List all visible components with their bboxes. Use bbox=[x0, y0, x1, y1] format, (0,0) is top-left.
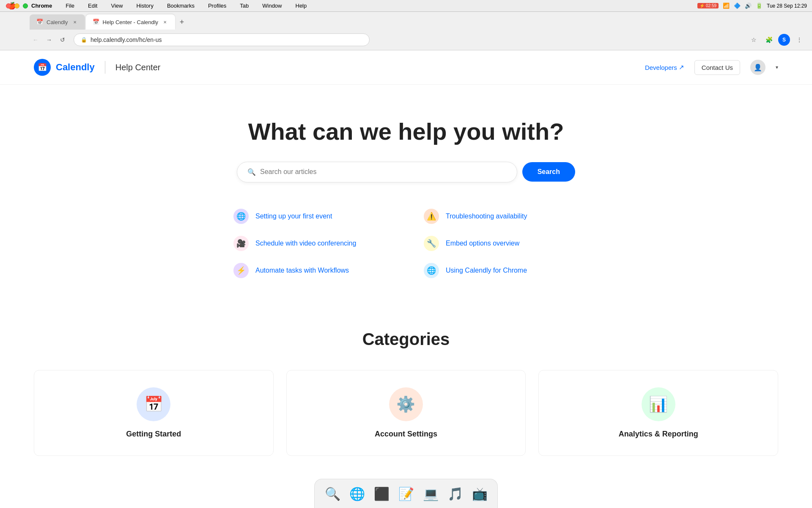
user-avatar-toolbar[interactable]: S bbox=[778, 34, 790, 46]
menubar-view[interactable]: View bbox=[108, 2, 125, 10]
sound-icon: 🔊 bbox=[745, 3, 752, 9]
calendly-logo-icon: 📅 bbox=[34, 59, 51, 76]
tab-calendly[interactable]: 📅 Calendly ✕ bbox=[30, 14, 85, 30]
quick-link-label-2: Troubleshooting availability bbox=[446, 213, 527, 220]
dock-terminal[interactable]: ⬛ bbox=[370, 483, 392, 505]
quick-link-label-1: Setting up your first event bbox=[255, 213, 332, 220]
svg-text:🌐: 🌐 bbox=[236, 212, 246, 221]
menubar-tab[interactable]: Tab bbox=[237, 2, 251, 10]
menubar-chrome[interactable]: Chrome bbox=[29, 2, 55, 10]
macos-menubar: 🍎 Chrome File Edit View History Bookmark… bbox=[0, 0, 812, 12]
tab-close-calendly[interactable]: ✕ bbox=[71, 19, 78, 25]
quick-link-icon-6: 🌐 bbox=[423, 262, 440, 279]
logo-area: 📅 Calendly Help Center bbox=[34, 59, 160, 76]
quick-link-troubleshooting[interactable]: ⚠️ Troubleshooting availability bbox=[423, 208, 579, 225]
dock-finder[interactable]: 🔍 bbox=[321, 483, 343, 505]
category-icon-2: ⚙️ bbox=[396, 395, 415, 413]
dock-chrome[interactable]: 🌐 bbox=[346, 483, 368, 505]
quick-link-icon-4: 🔧 bbox=[423, 235, 440, 252]
help-center-title: Help Center bbox=[115, 63, 161, 72]
clock: Tue 28 Sep 12:29 bbox=[767, 3, 807, 9]
svg-text:🎥: 🎥 bbox=[236, 239, 246, 248]
back-button[interactable]: ← bbox=[30, 34, 41, 46]
quick-link-video-conferencing[interactable]: 🎥 Schedule with video conferencing bbox=[233, 235, 389, 252]
menubar-help[interactable]: Help bbox=[293, 2, 310, 10]
search-row: 🔍 Search bbox=[237, 162, 575, 182]
dock-iterm[interactable]: 💻 bbox=[420, 483, 442, 505]
quick-link-icon-2: ⚠️ bbox=[423, 208, 440, 225]
svg-text:📅: 📅 bbox=[38, 63, 47, 72]
svg-text:🔧: 🔧 bbox=[427, 239, 436, 248]
menubar-right: ⚡ 02:59 📶 🔷 🔊 🔋 Tue 28 Sep 12:29 bbox=[697, 3, 807, 9]
quick-link-icon-3: 🎥 bbox=[233, 235, 250, 252]
quick-link-first-event[interactable]: 🌐 Setting up your first event bbox=[233, 208, 389, 225]
contact-us-button[interactable]: Contact Us bbox=[694, 60, 740, 75]
tab-label-help: Help Center - Calendly bbox=[103, 19, 159, 25]
quick-link-label-5: Automate tasks with Workflows bbox=[255, 267, 349, 274]
dock-music[interactable]: 🎵 bbox=[444, 483, 466, 505]
forward-button[interactable]: → bbox=[43, 34, 55, 46]
bookmark-button[interactable]: ☆ bbox=[748, 34, 760, 46]
logo-divider bbox=[105, 61, 105, 74]
quick-link-embed-options[interactable]: 🔧 Embed options overview bbox=[423, 235, 579, 252]
dock-notes[interactable]: 📝 bbox=[395, 483, 417, 505]
lock-icon: 🔒 bbox=[81, 37, 87, 43]
bluetooth-icon: 🔷 bbox=[734, 3, 741, 9]
svg-text:🌐: 🌐 bbox=[427, 266, 436, 275]
url-text: help.calendly.com/hc/en-us bbox=[91, 36, 162, 43]
hero-title: What can we help you with? bbox=[17, 119, 795, 145]
category-icon-3: 📊 bbox=[649, 395, 668, 413]
extensions-button[interactable]: 🧩 bbox=[763, 34, 775, 46]
search-icon: 🔍 bbox=[247, 168, 256, 176]
battery-indicator: ⚡ 02:59 bbox=[697, 3, 719, 8]
tab-close-help[interactable]: ✕ bbox=[162, 19, 168, 25]
wifi-icon: 📶 bbox=[723, 3, 730, 9]
developers-link[interactable]: Developers ↗ bbox=[645, 64, 684, 71]
quick-link-label-6: Using Calendly for Chrome bbox=[446, 267, 527, 274]
dock-tv[interactable]: 📺 bbox=[469, 483, 491, 505]
menubar-bookmarks[interactable]: Bookmarks bbox=[165, 2, 197, 10]
category-name-3: Analytics & Reporting bbox=[551, 430, 765, 439]
new-tab-button[interactable]: + bbox=[176, 16, 188, 28]
minimize-window-button[interactable] bbox=[14, 3, 19, 8]
tab-bar: 📅 Calendly ✕ 📅 Help Center - Calendly ✕ … bbox=[0, 12, 812, 30]
menu-button[interactable]: ⋮ bbox=[793, 34, 805, 46]
svg-text:⚠️: ⚠️ bbox=[427, 212, 436, 221]
menubar-profiles[interactable]: Profiles bbox=[206, 2, 229, 10]
nav-buttons: ← → ↺ bbox=[30, 34, 69, 46]
quick-link-label-3: Schedule with video conferencing bbox=[255, 240, 356, 247]
tab-help-center[interactable]: 📅 Help Center - Calendly ✕ bbox=[86, 14, 176, 30]
categories-title: Categories bbox=[34, 330, 778, 349]
quick-link-icon-1: 🌐 bbox=[233, 208, 250, 225]
category-icon-area-2: ⚙️ bbox=[389, 387, 423, 421]
url-bar[interactable]: 🔒 help.calendly.com/hc/en-us bbox=[74, 33, 370, 46]
search-input-wrapper[interactable]: 🔍 bbox=[237, 162, 517, 182]
quick-link-chrome[interactable]: 🌐 Using Calendly for Chrome bbox=[423, 262, 579, 279]
categories-grid: 📅 Getting Started ⚙️ Account Settings 📊 … bbox=[34, 370, 778, 456]
quick-link-label-4: Embed options overview bbox=[446, 240, 519, 247]
user-dropdown-arrow[interactable]: ▾ bbox=[776, 64, 778, 70]
category-name-2: Account Settings bbox=[299, 430, 513, 439]
category-card-1[interactable]: 📅 Getting Started bbox=[34, 370, 274, 456]
menubar-window[interactable]: Window bbox=[260, 2, 284, 10]
tab-label-calendly: Calendly bbox=[47, 19, 68, 25]
close-window-button[interactable] bbox=[6, 3, 11, 8]
reload-button[interactable]: ↺ bbox=[57, 34, 69, 46]
category-card-2[interactable]: ⚙️ Account Settings bbox=[286, 370, 526, 456]
tab-favicon-calendly: 📅 bbox=[36, 19, 43, 25]
menubar-edit[interactable]: Edit bbox=[85, 2, 100, 10]
quick-link-icon-5: ⚡ bbox=[233, 262, 250, 279]
category-card-3[interactable]: 📊 Analytics & Reporting bbox=[538, 370, 778, 456]
quick-links: 🌐 Setting up your first event ⚠️ Trouble… bbox=[216, 208, 596, 279]
menubar-file[interactable]: File bbox=[63, 2, 77, 10]
quick-link-workflows[interactable]: ⚡ Automate tasks with Workflows bbox=[233, 262, 389, 279]
address-bar: ← → ↺ 🔒 help.calendly.com/hc/en-us ☆ 🧩 S… bbox=[0, 30, 812, 50]
search-button[interactable]: Search bbox=[522, 162, 575, 182]
maximize-window-button[interactable] bbox=[23, 3, 28, 8]
macos-dock: 🔍 🌐 ⬛ 📝 💻 🎵 📺 bbox=[314, 479, 498, 508]
user-avatar-nav[interactable]: 👤 bbox=[750, 60, 765, 75]
search-input[interactable] bbox=[260, 168, 507, 176]
header-right: Developers ↗ Contact Us 👤 ▾ bbox=[645, 60, 778, 75]
menubar-history[interactable]: History bbox=[134, 2, 156, 10]
categories-section: Categories 📅 Getting Started ⚙️ Account … bbox=[0, 304, 812, 473]
